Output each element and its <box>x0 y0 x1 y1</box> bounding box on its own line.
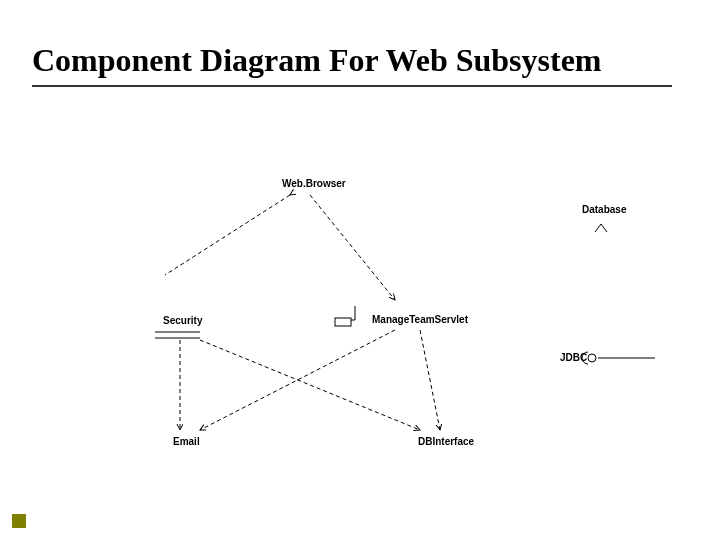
accent-square-icon <box>12 514 26 528</box>
node-email: Email <box>173 436 200 447</box>
title-block: Component Diagram For Web Subsystem <box>32 42 688 87</box>
node-manage-team-servlet: ManageTeamServlet <box>372 314 468 325</box>
node-jdbc: JDBC <box>560 352 587 363</box>
node-web-browser: Web.Browser <box>282 178 346 189</box>
svg-point-12 <box>588 354 596 362</box>
title-underline <box>32 85 672 87</box>
svg-line-0 <box>165 195 290 275</box>
node-db-interface: DBInterface <box>418 436 474 447</box>
slide: Component Diagram For Web Subsystem <box>0 0 720 540</box>
svg-rect-6 <box>335 318 351 326</box>
node-security: Security <box>163 315 202 326</box>
svg-line-8 <box>200 340 420 430</box>
svg-line-10 <box>420 330 440 430</box>
node-database: Database <box>582 204 626 215</box>
svg-line-9 <box>200 330 395 430</box>
svg-line-1 <box>310 195 395 300</box>
page-title: Component Diagram For Web Subsystem <box>32 42 688 85</box>
